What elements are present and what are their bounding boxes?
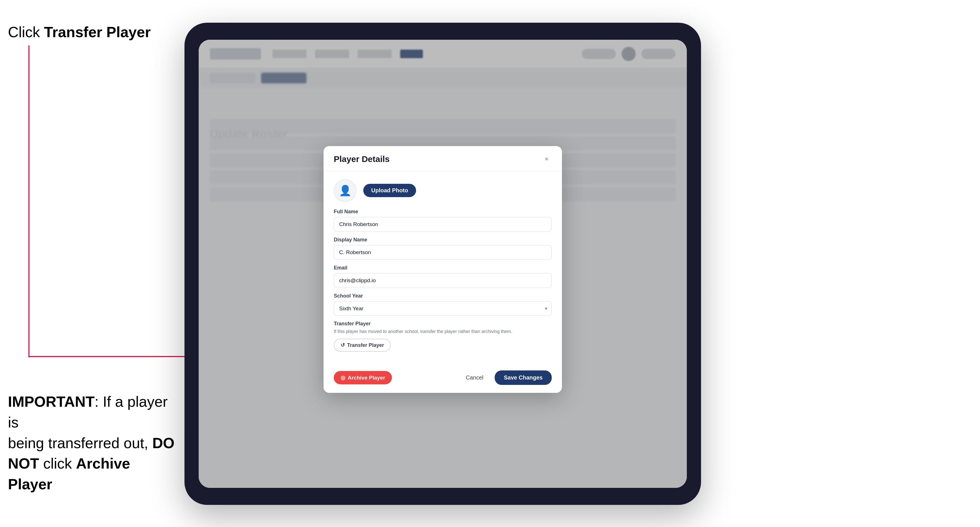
school-year-select-wrapper: First Year Second Year Third Year Fourth… xyxy=(334,301,552,316)
tablet-screen: Update Roster Player Details × xyxy=(199,40,687,488)
modal-body: 👤 Upload Photo Full Name Display Name xyxy=(323,171,562,365)
tablet-device: Update Roster Player Details × xyxy=(185,23,701,505)
being-transferred: being transferred out, xyxy=(8,435,153,451)
photo-upload-row: 👤 Upload Photo xyxy=(334,179,552,202)
display-name-group: Display Name xyxy=(334,237,552,260)
email-group: Email xyxy=(334,265,552,288)
modal-header: Player Details × xyxy=(323,146,562,171)
save-changes-button[interactable]: Save Changes xyxy=(495,370,552,385)
transfer-player-button[interactable]: ↺ Transfer Player xyxy=(334,339,391,352)
modal-overlay: Player Details × 👤 Upload Photo Full Nam… xyxy=(199,40,687,488)
do-label: DO xyxy=(153,435,175,451)
full-name-group: Full Name xyxy=(334,209,552,232)
display-name-input[interactable] xyxy=(334,245,552,260)
upload-photo-button[interactable]: Upload Photo xyxy=(363,184,416,197)
instruction-top: Click Transfer Player xyxy=(8,23,151,42)
transfer-btn-label: Transfer Player xyxy=(347,342,384,348)
school-year-select[interactable]: First Year Second Year Third Year Fourth… xyxy=(334,301,552,316)
instruction-highlight: Transfer Player xyxy=(44,24,151,40)
instruction-bottom: IMPORTANT: If a player is being transfer… xyxy=(8,391,178,495)
arrow-vertical-line xyxy=(29,45,30,357)
cancel-button[interactable]: Cancel xyxy=(460,371,489,384)
school-year-group: School Year First Year Second Year Third… xyxy=(334,293,552,316)
avatar-circle: 👤 xyxy=(334,179,356,202)
email-input[interactable] xyxy=(334,273,552,288)
school-year-label: School Year xyxy=(334,293,552,299)
not-label: NOT xyxy=(8,455,39,472)
important-label: IMPORTANT xyxy=(8,394,94,410)
player-details-modal: Player Details × 👤 Upload Photo Full Nam… xyxy=(323,146,562,393)
transfer-section-description: If this player has moved to another scho… xyxy=(334,329,552,335)
transfer-section-label: Transfer Player xyxy=(334,321,552,327)
email-label: Email xyxy=(334,265,552,271)
instruction-prefix: Click xyxy=(8,24,44,40)
archive-player-button[interactable]: ◎ Archive Player xyxy=(334,371,392,384)
archive-btn-label: Archive Player xyxy=(348,375,385,381)
display-name-label: Display Name xyxy=(334,237,552,243)
footer-right: Cancel Save Changes xyxy=(460,370,552,385)
transfer-icon: ↺ xyxy=(340,342,345,348)
full-name-label: Full Name xyxy=(334,209,552,215)
full-name-input[interactable] xyxy=(334,217,552,232)
archive-icon: ◎ xyxy=(340,375,345,381)
modal-title: Player Details xyxy=(334,154,390,164)
click-label: click xyxy=(39,455,76,472)
modal-close-button[interactable]: × xyxy=(541,154,552,164)
modal-footer: ◎ Archive Player Cancel Save Changes xyxy=(323,365,562,393)
transfer-player-section: Transfer Player If this player has moved… xyxy=(334,321,552,352)
avatar-icon: 👤 xyxy=(339,185,352,197)
